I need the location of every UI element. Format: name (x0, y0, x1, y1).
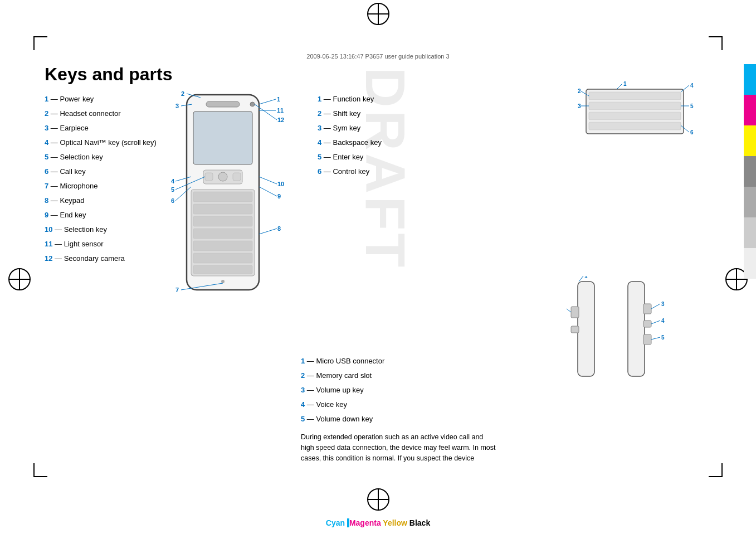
part-num-10: 10 (45, 225, 52, 234)
swatch-magenta (744, 95, 756, 125)
svg-rect-63 (643, 321, 651, 327)
svg-rect-6 (205, 173, 213, 181)
part-num-2: 2 (45, 109, 48, 118)
keyboard-top-diagram: 4 1 5 2 3 6 (578, 81, 695, 144)
svg-line-67 (579, 276, 583, 282)
svg-text:2: 2 (181, 90, 184, 97)
part-num-7: 7 (45, 182, 48, 190)
side-item-5: 5 — Volume down key (301, 412, 479, 426)
cmyk-yellow: Yellow (383, 518, 407, 527)
svg-rect-2 (206, 101, 240, 107)
svg-line-69 (651, 304, 660, 309)
svg-rect-58 (578, 282, 594, 376)
bottom-side-list: 1 — Micro USB connector 2 — Memory card … (301, 354, 479, 426)
part-num-1: 1 (45, 95, 48, 103)
svg-text:6: 6 (690, 129, 694, 135)
cmyk-cyan: Cyan (326, 518, 345, 527)
svg-text:10: 10 (277, 181, 284, 187)
reg-mark-bottom (367, 488, 389, 511)
side-item-3: 3 — Volume up key (301, 383, 479, 397)
svg-line-65 (567, 307, 571, 312)
svg-line-48 (617, 84, 622, 89)
swatch-gray3 (744, 217, 756, 248)
svg-text:8: 8 (277, 225, 281, 232)
kbd-top-svg: 4 1 5 2 3 6 (578, 81, 695, 142)
cmyk-bar: Cyan Magenta Yellow Black (0, 518, 756, 527)
kbd-item-2: 2 — Shift key (318, 106, 474, 121)
main-content: Keys and parts DRAFT 1 — Power key 2 — H… (45, 64, 711, 491)
reg-mark-top (367, 3, 389, 25)
svg-rect-13 (193, 241, 252, 251)
part-num-8: 8 (45, 196, 48, 205)
svg-rect-64 (643, 334, 651, 344)
part-num-6: 6 (45, 167, 48, 176)
part-num-11: 11 (45, 240, 52, 248)
page-header: 2009-06-25 13:16:47 P3657 user guide pub… (0, 53, 756, 60)
kbd-item-3: 3 — Sym key (318, 121, 474, 135)
svg-rect-61 (628, 282, 645, 376)
svg-line-37 (259, 229, 277, 234)
side-item-4: 4 — Voice key (301, 397, 479, 412)
svg-line-35 (259, 187, 277, 196)
svg-text:4: 4 (661, 318, 665, 324)
part-num-3: 3 (45, 124, 48, 132)
phone-front-diagram: 1 2 3 11 12 4 5 10 6 (170, 89, 287, 303)
svg-line-31 (259, 177, 277, 184)
kbd-item-4: 4 — Backspace key (318, 135, 474, 150)
swatch-cyan (744, 64, 756, 95)
corner-mark-tr (709, 36, 723, 50)
phone-svg: 1 2 3 11 12 4 5 10 6 (170, 89, 287, 301)
svg-rect-10 (193, 204, 252, 214)
corner-mark-tl (33, 36, 47, 50)
svg-rect-11 (193, 216, 252, 226)
swatch-gray4 (744, 248, 756, 279)
side-diagram: 2 1 3 4 5 (567, 276, 678, 401)
part-num-5: 5 (45, 153, 48, 161)
part-num-12: 12 (45, 254, 52, 263)
side-item-1: 1 — Micro USB connector (301, 354, 479, 368)
svg-text:2: 2 (578, 88, 581, 94)
svg-text:5: 5 (171, 186, 174, 193)
svg-point-3 (250, 102, 255, 106)
svg-rect-12 (193, 229, 252, 239)
kbd-item-1: 1 — Function key (318, 92, 474, 106)
svg-rect-60 (571, 326, 579, 333)
svg-rect-7 (233, 173, 241, 181)
svg-text:12: 12 (277, 117, 284, 123)
svg-text:11: 11 (277, 107, 284, 114)
svg-rect-1 (193, 111, 252, 164)
svg-text:4: 4 (690, 83, 694, 89)
svg-rect-42 (589, 92, 681, 100)
right-keyboard-list: 1 — Function key 2 — Shift key 3 — Sym k… (318, 92, 474, 179)
svg-point-16 (221, 280, 225, 283)
svg-line-73 (651, 337, 660, 339)
svg-text:3: 3 (661, 301, 665, 307)
svg-rect-9 (193, 192, 252, 202)
svg-text:1: 1 (584, 276, 588, 279)
svg-text:5: 5 (690, 103, 694, 109)
kbd-item-5: 5 — Enter key (318, 150, 474, 164)
svg-rect-44 (589, 112, 681, 120)
svg-text:7: 7 (175, 287, 179, 293)
side-item-2: 2 — Memory card slot (301, 368, 479, 383)
part-num-4: 4 (45, 138, 48, 147)
svg-rect-14 (193, 253, 252, 263)
svg-text:5: 5 (661, 334, 665, 341)
svg-text:9: 9 (277, 193, 281, 200)
swatch-gray1 (744, 156, 756, 187)
cmyk-magenta: Magenta (349, 518, 381, 527)
svg-text:6: 6 (171, 197, 174, 204)
svg-line-71 (651, 321, 660, 324)
svg-text:3: 3 (578, 103, 581, 109)
color-swatches (744, 64, 756, 279)
part-num-9: 9 (45, 211, 48, 219)
svg-rect-43 (589, 102, 681, 110)
svg-line-46 (681, 85, 689, 92)
svg-text:3: 3 (175, 103, 179, 109)
side-svg: 2 1 3 4 5 (567, 276, 678, 399)
cmyk-black: Black (409, 518, 430, 527)
kbd-item-6: 6 — Control key (318, 164, 474, 179)
svg-rect-15 (193, 265, 252, 274)
swatch-gray2 (744, 187, 756, 217)
svg-line-17 (259, 99, 276, 104)
